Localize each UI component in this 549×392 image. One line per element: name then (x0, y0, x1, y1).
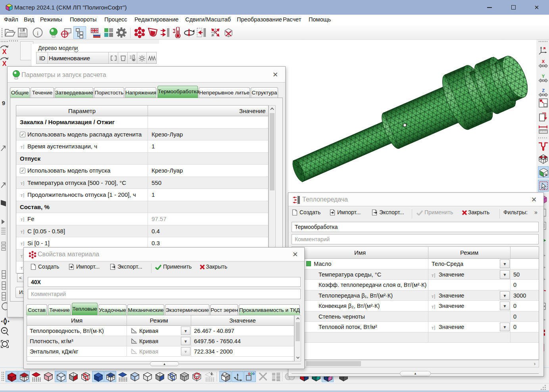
svg-text:X: X (2, 48, 7, 55)
svg-text:Z: Z (542, 88, 545, 93)
svg-text:X: X (2, 60, 7, 67)
svg-text:0: 0 (253, 372, 255, 376)
svg-text:X: X (542, 59, 545, 64)
svg-text:i: i (37, 30, 38, 37)
svg-text:Y: Y (542, 74, 545, 79)
svg-text:9: 9 (2, 100, 5, 106)
